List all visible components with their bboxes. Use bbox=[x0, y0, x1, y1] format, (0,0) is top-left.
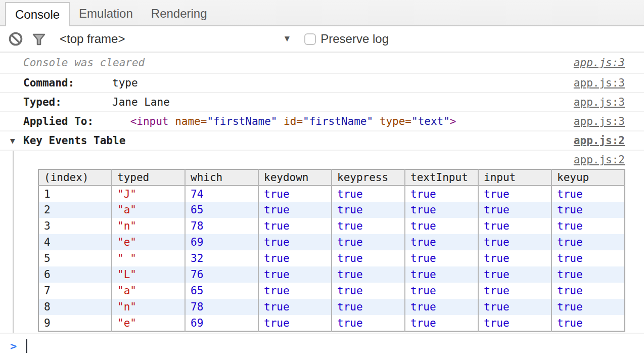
table-cell: true bbox=[258, 266, 332, 283]
tab-console[interactable]: Console bbox=[5, 2, 70, 26]
tab-emulation[interactable]: Emulation bbox=[70, 2, 142, 25]
element-part-tag: <input bbox=[124, 115, 175, 127]
table-cell: true bbox=[551, 315, 625, 331]
console-group-key-events[interactable]: ▼ Key Events Table app.js:2 bbox=[0, 131, 644, 151]
table-cell: "L" bbox=[112, 266, 185, 283]
table-cell: true bbox=[332, 283, 405, 299]
table-cell: true bbox=[551, 234, 625, 250]
console-toolbar: <top frame> ▼ Preserve log bbox=[0, 26, 644, 53]
source-link[interactable]: app.js:3 bbox=[574, 115, 625, 127]
table-cell: " " bbox=[112, 250, 185, 266]
text-cursor bbox=[26, 339, 27, 353]
table-cell: "n" bbox=[112, 218, 185, 234]
table-column-header: input bbox=[478, 169, 551, 186]
table-cell: 4 bbox=[38, 234, 112, 250]
table-cell: true bbox=[551, 283, 625, 299]
table-row: 8"n"78truetruetruetruetrue bbox=[38, 299, 625, 315]
table-cell: true bbox=[332, 315, 405, 331]
preserve-log-label[interactable]: Preserve log bbox=[320, 32, 389, 46]
table-cell: true bbox=[332, 202, 405, 218]
table-cell: true bbox=[405, 186, 478, 202]
table-cell: true bbox=[258, 250, 332, 266]
table-cell: true bbox=[258, 234, 332, 250]
table-cell: 65 bbox=[185, 283, 258, 299]
element-part-val: "firstName" bbox=[303, 115, 373, 127]
table-cell: true bbox=[332, 266, 405, 283]
log-label: Typed: bbox=[23, 96, 112, 108]
execution-context-selector[interactable]: <top frame> ▼ bbox=[60, 32, 291, 46]
table-cell: true bbox=[478, 315, 551, 331]
console-message-cleared: Console was cleared app.js:3 bbox=[0, 53, 644, 74]
table-cell: "a" bbox=[112, 283, 185, 299]
disclosure-triangle-icon[interactable]: ▼ bbox=[10, 136, 23, 146]
table-cell: 5 bbox=[38, 250, 112, 266]
table-column-header: typed bbox=[112, 169, 185, 186]
table-cell: 7 bbox=[38, 283, 112, 299]
table-column-header: keypress bbox=[332, 169, 405, 186]
table-row: 5" "32truetruetruetruetrue bbox=[38, 250, 625, 266]
console-message-applied-to: Applied To: <input name="firstName" id="… bbox=[0, 112, 644, 131]
table-cell: true bbox=[551, 250, 625, 266]
table-cell: true bbox=[478, 218, 551, 234]
table-cell: true bbox=[405, 266, 478, 283]
clear-console-icon[interactable] bbox=[8, 31, 23, 47]
table-cell: true bbox=[478, 234, 551, 250]
html-element-preview[interactable]: <input name="firstName" id="firstName" t… bbox=[124, 115, 456, 127]
table-cell: true bbox=[332, 234, 405, 250]
table-cell: true bbox=[332, 218, 405, 234]
tab-rendering[interactable]: Rendering bbox=[142, 2, 216, 25]
element-part-val: "text" bbox=[411, 115, 450, 127]
table-cell: true bbox=[258, 299, 332, 315]
console-prompt[interactable]: > bbox=[0, 334, 644, 358]
prompt-chevron-icon: > bbox=[10, 340, 17, 352]
filter-icon[interactable] bbox=[31, 31, 47, 47]
table-cell: true bbox=[332, 250, 405, 266]
table-cell: true bbox=[258, 283, 332, 299]
table-header-row: (index)typedwhichkeydownkeypresstextInpu… bbox=[38, 169, 625, 186]
source-link[interactable]: app.js:3 bbox=[574, 77, 625, 89]
table-cell: "e" bbox=[112, 315, 185, 331]
table-row: 6"L"76truetruetruetruetrue bbox=[38, 266, 625, 283]
group-indent-guide bbox=[13, 151, 14, 333]
table-cell: 69 bbox=[185, 315, 258, 331]
table-cell: true bbox=[405, 202, 478, 218]
table-cell: 9 bbox=[38, 315, 112, 331]
table-cell: "a" bbox=[112, 202, 185, 218]
table-cell: 32 bbox=[185, 250, 258, 266]
table-row: 2"a"65truetruetruetruetrue bbox=[38, 202, 625, 218]
table-cell: "e" bbox=[112, 234, 185, 250]
table-cell: true bbox=[478, 250, 551, 266]
preserve-log-checkbox[interactable] bbox=[304, 33, 316, 45]
table-cell: 1 bbox=[38, 186, 112, 202]
table-cell: true bbox=[405, 234, 478, 250]
source-link[interactable]: app.js:3 bbox=[574, 57, 625, 69]
source-link[interactable]: app.js:2 bbox=[574, 154, 625, 166]
table-column-header: which bbox=[185, 169, 258, 186]
table-cell: true bbox=[405, 315, 478, 331]
table-cell: true bbox=[405, 218, 478, 234]
table-cell: 78 bbox=[185, 218, 258, 234]
source-link[interactable]: app.js:3 bbox=[574, 96, 625, 108]
log-value: Jane Lane bbox=[112, 96, 170, 108]
source-link[interactable]: app.js:2 bbox=[574, 134, 625, 147]
element-part-attr: id= bbox=[284, 115, 303, 127]
table-cell: true bbox=[478, 299, 551, 315]
table-cell: true bbox=[551, 186, 625, 202]
table-cell: true bbox=[405, 250, 478, 266]
table-cell: true bbox=[258, 202, 332, 218]
table-cell: 76 bbox=[185, 266, 258, 283]
table-cell: 74 bbox=[185, 186, 258, 202]
table-cell: 8 bbox=[38, 299, 112, 315]
table-cell: true bbox=[258, 186, 332, 202]
execution-context-value: <top frame> bbox=[60, 32, 125, 46]
table-cell: 69 bbox=[185, 234, 258, 250]
console-messages: Console was cleared app.js:3 Command: ty… bbox=[0, 53, 644, 334]
table-cell: true bbox=[478, 266, 551, 283]
console-message-typed: Typed: Jane Lane app.js:3 bbox=[0, 93, 644, 112]
table-cell: "J" bbox=[112, 186, 185, 202]
console-message-command: Command: type app.js:3 bbox=[0, 74, 644, 93]
table-column-header: keyup bbox=[551, 169, 625, 186]
element-part-attr: type= bbox=[380, 115, 411, 127]
table-row: 4"e"69truetruetruetruetrue bbox=[38, 234, 625, 250]
element-part-val: "firstName" bbox=[207, 115, 277, 127]
